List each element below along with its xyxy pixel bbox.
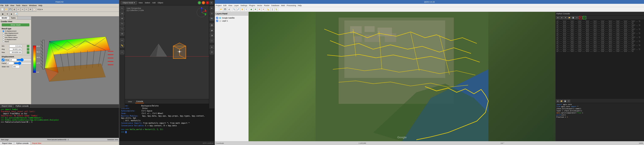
tab-model[interactable]: Model bbox=[0, 16, 9, 19]
qtb-select[interactable]: ▣ bbox=[250, 7, 253, 11]
slider-min-input[interactable] bbox=[12, 65, 20, 68]
qtb-print[interactable]: 🖨 bbox=[227, 7, 231, 11]
qmenu-database[interactable]: Database bbox=[271, 4, 280, 6]
show-input[interactable] bbox=[9, 58, 17, 61]
tool-select[interactable]: ↖ bbox=[120, 6, 124, 10]
qgis-python-console[interactable]: ({'...'}[{'...'}[{'...'}[{'...'}[{'...'}… bbox=[556, 20, 644, 99]
tb-redo[interactable]: ↪ bbox=[20, 7, 24, 11]
show-result-button[interactable]: Show result bbox=[2, 23, 29, 26]
settings-icon[interactable]: ⚙ bbox=[210, 1, 213, 4]
min-input[interactable] bbox=[9, 45, 22, 47]
tb-new[interactable]: 📄 bbox=[0, 7, 4, 11]
avg-green-btn[interactable] bbox=[27, 48, 29, 51]
tb2-analyze[interactable]: ⚙ bbox=[5, 12, 9, 16]
radio-z-disp[interactable]: Z displacement bbox=[2, 39, 29, 40]
max-green-btn[interactable] bbox=[27, 51, 29, 54]
layer-checkbox-google[interactable] bbox=[216, 17, 218, 19]
qmenu-raster[interactable]: Raster bbox=[264, 4, 270, 6]
qmenu-vector[interactable]: Vector bbox=[257, 4, 262, 6]
editor-run[interactable]: ▶ bbox=[556, 100, 560, 103]
qr-save[interactable]: 💾 bbox=[572, 16, 575, 19]
qtb-python[interactable]: 🐍 bbox=[274, 7, 278, 11]
freecad-3d-view[interactable]: 69.8 52.4 34.9 17.5 0.0 bbox=[31, 16, 119, 104]
world-icon[interactable]: ● bbox=[206, 1, 209, 4]
tb-copy[interactable]: ⧉ bbox=[28, 7, 32, 11]
tool-transform[interactable]: ⊞ bbox=[120, 32, 124, 36]
menu-tools[interactable]: Tools bbox=[16, 4, 20, 6]
layer-layer1[interactable]: ◻ Layer 1 bbox=[216, 19, 248, 22]
radio-x-disp[interactable]: X displacement bbox=[2, 30, 29, 32]
menu-edit[interactable]: Edit bbox=[5, 4, 9, 6]
view-perspective[interactable]: 👁 bbox=[210, 6, 214, 10]
editor-open[interactable]: 📂 bbox=[560, 100, 563, 103]
tool-scale[interactable]: ⤡ bbox=[120, 26, 124, 31]
qmenu-project[interactable]: Project bbox=[216, 4, 222, 6]
editor-save[interactable]: 💾 bbox=[564, 100, 566, 103]
qtb-zoom-out[interactable]: 🔎 bbox=[236, 7, 240, 11]
tab-report-view[interactable]: Report View bbox=[0, 105, 14, 108]
blender-nav-gizmo[interactable]: X Y Z bbox=[196, 7, 207, 18]
tab-python-console[interactable]: Python console bbox=[14, 105, 30, 108]
editor-options[interactable]: ⚙ bbox=[567, 100, 570, 103]
overlay-icon[interactable]: ⊗ bbox=[210, 45, 214, 49]
qgis-map-area[interactable]: Google bbox=[248, 12, 556, 141]
ftab-report[interactable]: Report View bbox=[0, 142, 14, 145]
qtb-deselect[interactable]: ✖ bbox=[254, 7, 257, 11]
tool-rotate[interactable]: ↻ bbox=[120, 21, 124, 26]
tb-cut[interactable]: ✂ bbox=[24, 7, 28, 11]
menu-help[interactable]: Help bbox=[38, 4, 42, 6]
qtb-field-calc[interactable]: ∑ bbox=[270, 7, 274, 11]
xray-icon[interactable]: ☰ bbox=[210, 50, 214, 54]
blender-menu-view[interactable]: View bbox=[139, 2, 143, 4]
show-slider[interactable] bbox=[17, 59, 31, 61]
tool-move[interactable]: ✥ bbox=[120, 16, 124, 21]
radio-none[interactable]: None bbox=[2, 41, 29, 43]
factor-slider[interactable] bbox=[14, 62, 31, 64]
view-render[interactable]: 🖼 bbox=[210, 23, 214, 27]
qtb-zoom-in[interactable]: 🔍 bbox=[232, 7, 236, 11]
qr-options[interactable]: ⚙ bbox=[575, 16, 578, 19]
radio-von-mises[interactable]: Von Mises stress bbox=[2, 36, 29, 38]
factor-input[interactable] bbox=[6, 62, 14, 65]
tool-cursor[interactable]: ⊕ bbox=[120, 11, 124, 15]
tool-annotate[interactable]: ✏ bbox=[120, 38, 124, 43]
qtb-new[interactable]: 📄 bbox=[215, 7, 219, 11]
qmenu-plugins[interactable]: Plugins bbox=[249, 4, 255, 6]
menu-view[interactable]: View bbox=[10, 4, 14, 6]
qmenu-edit[interactable]: Edit bbox=[223, 4, 226, 6]
blender-menu-add[interactable]: Add bbox=[152, 2, 156, 4]
qmenu-help[interactable]: Help bbox=[298, 4, 302, 6]
tool-measure[interactable]: 📏 bbox=[120, 43, 124, 48]
view-material[interactable]: ◕ bbox=[210, 28, 214, 32]
blender-mode-button[interactable]: Object Mode ▾ bbox=[121, 1, 137, 4]
max-input[interactable] bbox=[10, 51, 22, 54]
view-solid[interactable]: ◑ bbox=[210, 33, 214, 37]
tb-save[interactable]: 💾 bbox=[8, 7, 12, 11]
qmenu-web[interactable]: Web bbox=[281, 4, 285, 6]
tb-print[interactable]: 🖨 bbox=[12, 7, 16, 11]
python-console[interactable]: >>> import FemGui Traceback (most recent… bbox=[0, 108, 119, 138]
tb-undo[interactable]: ↩ bbox=[16, 7, 20, 11]
qmenu-settings[interactable]: Settings bbox=[240, 4, 247, 6]
menu-macro[interactable]: Macro bbox=[22, 4, 27, 6]
radio-y-disp[interactable]: Y displacement bbox=[2, 34, 29, 36]
tb2-mesh[interactable]: ▦ bbox=[1, 12, 5, 16]
qtb-identify[interactable]: ℹ bbox=[244, 7, 248, 11]
menu-file[interactable]: File bbox=[0, 4, 4, 6]
qmenu-processing[interactable]: Processing bbox=[286, 4, 296, 6]
qmenu-view[interactable]: View bbox=[228, 4, 232, 6]
qr-run[interactable]: ▶ bbox=[556, 16, 560, 19]
qr-ok[interactable]: ✓ bbox=[583, 16, 586, 19]
show-checkbox[interactable] bbox=[2, 59, 4, 61]
radio-abs-disp[interactable]: Abs displacement bbox=[2, 32, 29, 34]
min-green-btn[interactable] bbox=[27, 45, 29, 47]
qtb-save[interactable]: 💾 bbox=[223, 7, 227, 11]
tb2-result[interactable]: 📊 bbox=[14, 12, 18, 16]
tb2-run[interactable]: ▶ bbox=[10, 12, 14, 16]
blender-menu-select[interactable]: Select bbox=[145, 2, 150, 4]
view-wireframe[interactable]: ◻ bbox=[210, 38, 214, 43]
tb-open[interactable]: 📂 bbox=[4, 7, 8, 11]
tab-console[interactable]: Console bbox=[135, 100, 144, 103]
qtb-delete[interactable]: ✕ bbox=[262, 7, 265, 11]
qtb-measure[interactable]: 📐 bbox=[266, 7, 270, 11]
